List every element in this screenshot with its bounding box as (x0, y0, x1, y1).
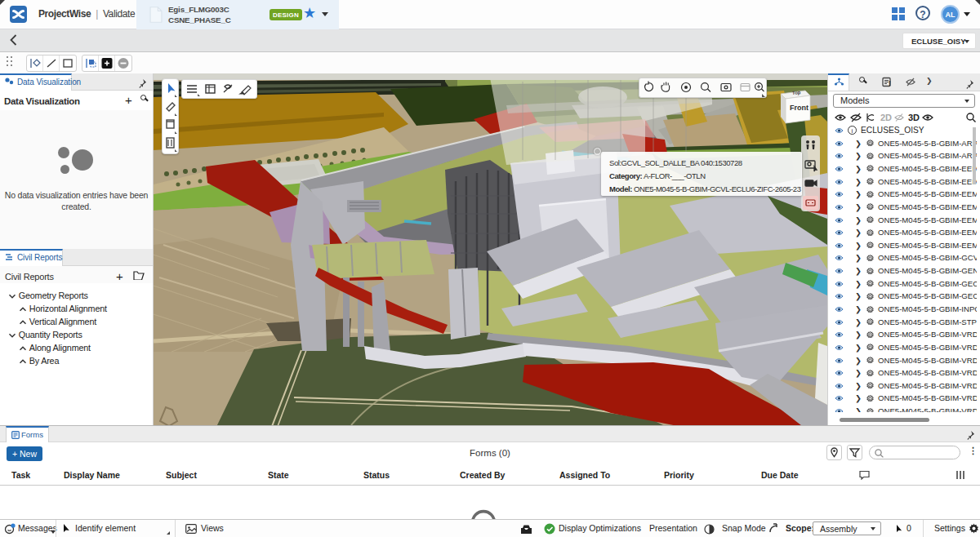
svg-text:!: ! (889, 79, 891, 87)
svg-text:Front: Front (790, 104, 808, 112)
svg-text:3D: 3D (908, 113, 920, 122)
svg-text:2D: 2D (880, 113, 892, 122)
svg-text:Top: Top (792, 90, 801, 95)
